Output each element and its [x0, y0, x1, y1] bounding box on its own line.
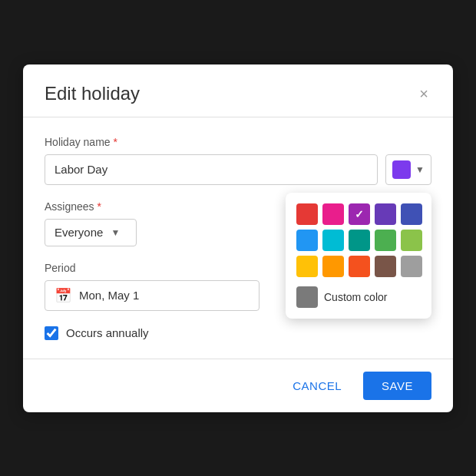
- dialog-body: Holiday name * ▼: [23, 117, 453, 359]
- period-value: Mon, May 1: [79, 289, 139, 302]
- holiday-name-label: Holiday name *: [45, 136, 431, 148]
- holiday-name-input[interactable]: [45, 154, 378, 185]
- color-option-orange[interactable]: [322, 256, 344, 277]
- period-input[interactable]: 📅 Mon, May 1: [45, 280, 259, 311]
- chevron-down-icon: ▼: [415, 164, 425, 175]
- dialog-title: Edit holiday: [45, 83, 140, 104]
- dialog-header: Edit holiday ×: [23, 64, 453, 117]
- dialog-footer: Cancel SAVE: [23, 359, 453, 412]
- calendar-icon: 📅: [55, 287, 71, 304]
- color-option-teal-light[interactable]: [322, 230, 344, 251]
- holiday-name-group: Holiday name * ▼: [45, 136, 431, 185]
- color-option-brown[interactable]: [375, 256, 396, 277]
- color-option-gray[interactable]: [401, 256, 422, 277]
- color-option-purple-light[interactable]: [349, 203, 370, 225]
- color-picker-popup: Custom color: [286, 193, 431, 319]
- name-row: ▼: [45, 154, 431, 185]
- color-option-red[interactable]: [296, 203, 318, 225]
- assignees-value: Everyone: [55, 226, 103, 239]
- custom-color-swatch: [296, 286, 318, 308]
- selected-color-swatch: [392, 160, 411, 179]
- color-picker-button[interactable]: ▼: [385, 154, 431, 185]
- close-button[interactable]: ×: [416, 83, 431, 104]
- occurs-annually-row: Occurs annually: [45, 326, 431, 340]
- assignees-chevron-icon: ▼: [111, 227, 120, 238]
- color-option-yellow[interactable]: [296, 256, 318, 277]
- assignees-required-indicator: *: [98, 200, 101, 213]
- occurs-annually-checkbox[interactable]: [45, 326, 58, 340]
- color-option-blue[interactable]: [296, 230, 318, 251]
- cancel-button[interactable]: Cancel: [283, 373, 351, 398]
- occurs-annually-label: Occurs annually: [66, 326, 149, 339]
- custom-color-row[interactable]: Custom color: [296, 286, 421, 308]
- custom-color-label: Custom color: [324, 291, 387, 303]
- color-option-green[interactable]: [375, 230, 396, 251]
- color-grid: [296, 203, 421, 277]
- color-option-pink[interactable]: [322, 203, 344, 225]
- color-option-purple-medium[interactable]: [375, 203, 396, 225]
- color-option-lime[interactable]: [401, 230, 422, 251]
- required-indicator: *: [114, 136, 117, 148]
- assignees-dropdown[interactable]: Everyone ▼: [45, 219, 137, 246]
- save-button[interactable]: SAVE: [363, 372, 431, 400]
- color-option-deep-orange[interactable]: [349, 256, 370, 277]
- color-option-teal[interactable]: [349, 230, 370, 251]
- color-option-indigo[interactable]: [401, 203, 422, 225]
- edit-holiday-dialog: Edit holiday × Holiday name * ▼: [23, 64, 453, 412]
